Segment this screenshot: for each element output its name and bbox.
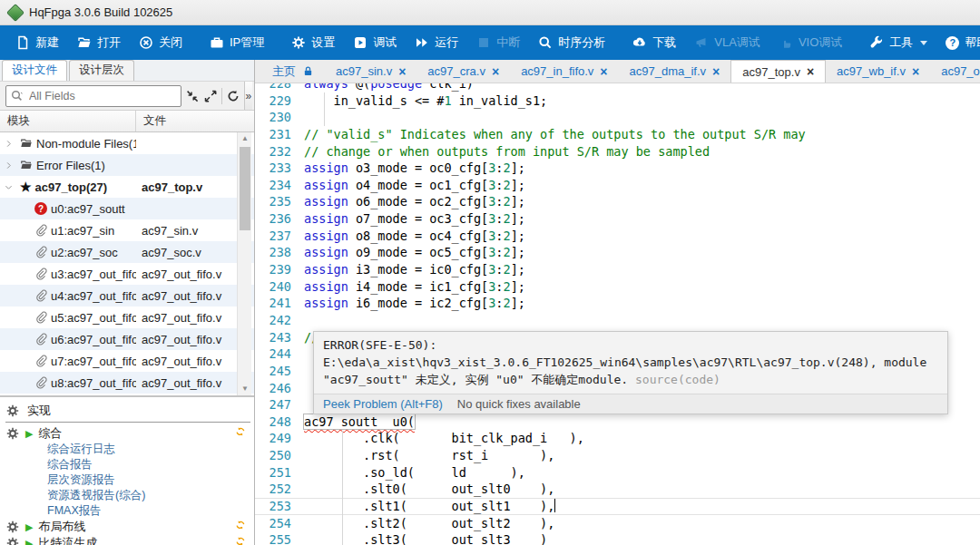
toolbar-button-run-forward[interactable]: 运行 xyxy=(407,29,466,56)
code-line[interactable]: 237assign o8_mode = oc4_cfg[3:2]; xyxy=(255,228,980,245)
tree-scrollbar[interactable]: ▲▼ xyxy=(237,132,251,395)
code-line[interactable]: 254 .slt2( out_slt2 ), xyxy=(255,515,980,532)
editor-tab-ac97-dma-if-v[interactable]: ac97_dma_if.v× xyxy=(619,60,731,83)
code-line[interactable]: 248ac97_soutt u0( xyxy=(255,414,980,431)
sidebar-tab-design-hierarchy[interactable]: 设计层次 xyxy=(69,60,134,81)
toolbar-button-download-cloud[interactable]: 下载 xyxy=(624,29,684,56)
overflow-button[interactable]: » xyxy=(244,82,252,110)
report-link[interactable]: 层次资源报告 xyxy=(5,472,250,488)
search-input[interactable] xyxy=(27,89,177,103)
toolbar-button-new-doc[interactable]: 新建 xyxy=(7,29,67,56)
close-icon[interactable]: × xyxy=(492,65,499,78)
tree-row[interactable]: u5:ac97_out_fifoac97_out_fifo.v xyxy=(0,307,254,328)
editor-tab-ac97-out-fifo-v[interactable]: ac97_out_fifo.v× xyxy=(930,60,980,83)
code-line[interactable]: 233assign o3_mode = oc0_cfg[3:2]; xyxy=(255,160,980,177)
code-area[interactable]: 228always @(posedge clk_i)229 in_valid_s… xyxy=(255,83,980,545)
tree-row[interactable]: u1:ac97_sinac97_sin.v xyxy=(0,219,254,241)
report-link[interactable]: 资源透视报告(综合) xyxy=(5,488,250,503)
toolbar-button-wrench[interactable]: 工具 xyxy=(861,29,936,56)
tree-row[interactable]: u4:ac97_out_fifoac97_out_fifo.v xyxy=(0,285,254,307)
code-line[interactable]: 252 .slt0( out_slt0 ), xyxy=(255,481,980,498)
column-header-file[interactable]: 文件 xyxy=(136,113,166,129)
chevron-right-icon[interactable] xyxy=(4,139,16,149)
editor-tab-ac97-wb-if-v[interactable]: ac97_wb_if.v× xyxy=(826,60,930,83)
toolbar-button-label: 运行 xyxy=(435,34,458,51)
sidebar-tab-design-files[interactable]: 设计文件 xyxy=(2,60,67,81)
chevron-right-icon[interactable] xyxy=(4,161,16,170)
chevron-down-icon[interactable] xyxy=(4,182,16,192)
expand-all-icon[interactable] xyxy=(203,86,218,106)
chevron-down-icon xyxy=(920,41,927,45)
editor-tab-ac97-top-v[interactable]: ac97_top.v× xyxy=(730,60,826,83)
run-step-icon[interactable]: ▶ xyxy=(25,522,33,532)
editor-tab--[interactable]: 主页 xyxy=(261,60,325,83)
tree-row[interactable]: ★ac97_top(27)ac97_top.v xyxy=(0,176,254,198)
impl-step[interactable]: ▶布局布线 xyxy=(5,519,250,535)
rerun-icon[interactable] xyxy=(235,426,247,438)
code-line[interactable]: 253 .slt1( out_slt1 ), xyxy=(255,498,980,515)
scroll-down-icon[interactable]: ▼ xyxy=(238,383,252,395)
collapse-all-icon[interactable] xyxy=(185,86,200,106)
code-line[interactable]: 232// change or when outputs from input … xyxy=(255,143,980,161)
code-line[interactable]: 238assign o9_mode = oc5_cfg[3:2]; xyxy=(255,244,980,261)
run-step-icon[interactable]: ▶ xyxy=(25,429,33,439)
code-line[interactable]: 255 .slt3( out_slt3 ) xyxy=(255,531,980,545)
impl-step[interactable]: ▶比特流生成 xyxy=(5,535,250,545)
toolbar-button-magnifier[interactable]: 时序分析 xyxy=(530,29,613,56)
tree-row[interactable]: u2:ac97_socac97_soc.v xyxy=(0,241,254,263)
close-icon[interactable]: × xyxy=(600,65,607,78)
code-line[interactable]: 250 .rst( rst_i ), xyxy=(255,447,980,464)
tree-row[interactable]: ?u0:ac97_soutt xyxy=(0,198,254,219)
close-icon[interactable]: × xyxy=(712,65,720,78)
peek-problem-link[interactable]: Peek Problem (Alt+F8) xyxy=(323,397,443,411)
close-icon[interactable]: × xyxy=(912,65,919,78)
search-box[interactable] xyxy=(5,85,181,107)
code-line[interactable]: 241assign i6_mode = ic2_cfg[3:2]; xyxy=(255,295,980,312)
close-icon[interactable]: × xyxy=(398,65,406,78)
code-text: in_valid_s <= #1 in_valid_s1; xyxy=(304,92,980,110)
impl-step[interactable]: ▶综合 xyxy=(5,425,250,442)
code-line[interactable]: 235assign o6_mode = oc2_cfg[3:2]; xyxy=(255,193,980,210)
run-step-icon[interactable]: ▶ xyxy=(25,539,33,545)
report-link[interactable]: 综合报告 xyxy=(5,457,250,472)
report-link[interactable]: FMAX报告 xyxy=(5,503,250,519)
editor-tab-ac97-in-fifo-v[interactable]: ac97_in_fifo.v× xyxy=(510,60,618,83)
tree-row[interactable]: Non-module Files(1) xyxy=(0,132,254,154)
toolbar-button-label: 打开 xyxy=(97,34,121,51)
toolbar-button-debug-play[interactable]: 调试 xyxy=(345,29,405,56)
toolbar-button-close-circle[interactable]: 关闭 xyxy=(131,29,191,56)
column-header-module[interactable]: 模块 xyxy=(0,111,136,131)
refresh-icon[interactable] xyxy=(226,86,240,106)
source-code-link[interactable]: source(code) xyxy=(635,373,720,386)
toolbar-button-open-folder[interactable]: 打开 xyxy=(69,29,129,56)
code-line[interactable]: 228always @(posedge clk_i) xyxy=(255,83,980,92)
toolbar-button-help-circle[interactable]: ?帮助 xyxy=(937,29,980,56)
code-line[interactable]: 239assign i3_mode = ic0_cfg[3:2]; xyxy=(255,261,980,278)
code-line[interactable]: 234assign o4_mode = oc1_cfg[3:2]; xyxy=(255,177,980,194)
code-line[interactable]: 231// "valid_s" Indicates when any of th… xyxy=(255,126,980,143)
editor-tab-ac97-sin-v[interactable]: ac97_sin.v× xyxy=(325,60,416,83)
code-line[interactable]: 251 .so_ld( ld ), xyxy=(255,464,980,482)
tree-row[interactable]: u7:ac97_out_fifoac97_out_fifo.v xyxy=(0,350,254,372)
code-line[interactable]: 242 xyxy=(255,312,980,329)
toolbar-button-label: 关闭 xyxy=(159,34,182,51)
tree-row[interactable]: u3:ac97_out_fifoac97_out_fifo.v xyxy=(0,263,254,285)
close-icon[interactable]: × xyxy=(807,65,814,78)
code-line[interactable]: 249 .clk( bit_clk_pad_i ), xyxy=(255,430,980,447)
tree-row[interactable]: u8:ac97_out_fifoac97_out_fifo.v xyxy=(0,372,254,394)
scrollbar-thumb[interactable] xyxy=(240,147,250,230)
editor-tab-ac97-cra-v[interactable]: ac97_cra.v× xyxy=(416,60,510,83)
tree-row[interactable]: u6:ac97_out_fifoac97_out_fifo.v xyxy=(0,328,254,350)
code-line[interactable]: 229 in_valid_s <= #1 in_valid_s1; xyxy=(255,92,980,110)
report-link[interactable]: 综合运行日志 xyxy=(5,442,250,457)
code-line[interactable]: 240assign i4_mode = ic1_cfg[3:2]; xyxy=(255,278,980,296)
code-line[interactable]: 236assign o7_mode = oc3_cfg[3:2]; xyxy=(255,210,980,228)
toolbar-button-gear[interactable]: 设置 xyxy=(283,29,343,56)
rerun-icon[interactable] xyxy=(235,536,247,545)
toolbar-button-briefcase[interactable]: IP管理 xyxy=(201,29,272,56)
code-line[interactable]: 230 xyxy=(255,109,980,126)
tree-row[interactable]: Error Files(1) xyxy=(0,154,254,176)
scroll-up-icon[interactable]: ▲ xyxy=(238,132,252,145)
rerun-icon[interactable] xyxy=(235,520,247,531)
code-text: assign o7_mode = oc3_cfg[3:2]; xyxy=(304,210,980,228)
